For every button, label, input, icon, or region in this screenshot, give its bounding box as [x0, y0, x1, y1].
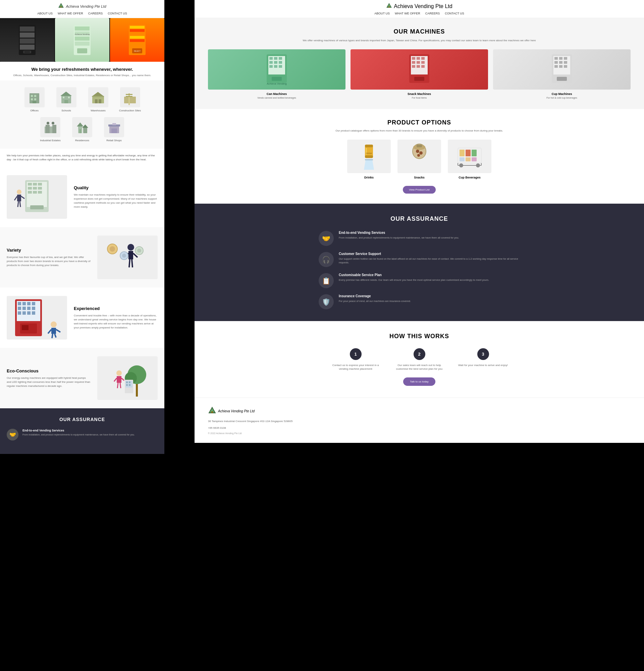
svg-rect-5 [20, 33, 35, 38]
svg-line-108 [56, 329, 60, 332]
svg-rect-36 [68, 97, 70, 98]
svg-rect-147 [421, 57, 425, 60]
left-nav-links: ABOUT US WHAT WE OFFER CAREERS CONTACT U… [37, 12, 127, 15]
location-schools: Schools [53, 87, 80, 112]
svg-line-75 [21, 196, 25, 199]
svg-rect-58 [111, 128, 117, 133]
svg-rect-181 [460, 150, 465, 156]
svg-line-82 [129, 259, 130, 267]
left-logo: Achieva Vending Pte Ltd [58, 3, 106, 10]
endtoend-icon: 🤝 [319, 231, 334, 246]
svg-rect-173 [365, 159, 373, 160]
right-nav-contact[interactable]: CONTACT US [445, 12, 464, 15]
experienced-title: Experienced [74, 306, 158, 311]
cup-beverages-label: Cup Beverages [448, 176, 491, 179]
talk-to-us-button[interactable]: Talk to us today [403, 377, 435, 386]
view-product-list-button[interactable]: View Product List [403, 186, 436, 193]
svg-rect-47 [46, 125, 50, 133]
svg-rect-96 [18, 307, 21, 310]
svg-rect-146 [416, 57, 420, 60]
svg-rect-149 [416, 61, 420, 64]
product-options-section: PRODUCT OPTIONS Our product catalogue of… [195, 109, 644, 204]
svg-rect-63 [33, 183, 37, 186]
left-assurance-item-title-0: End-to-end Vending Services [23, 429, 135, 432]
footer-phone: +65 6635 0108 [208, 427, 631, 429]
svg-rect-153 [421, 65, 425, 68]
warehouses-icon [88, 87, 108, 107]
left-nav-contact[interactable]: CONTACT US [108, 12, 127, 15]
svg-rect-162 [564, 61, 567, 64]
right-nav-about[interactable]: ABOUT US [374, 12, 390, 15]
svg-rect-45 [126, 96, 132, 97]
svg-rect-64 [38, 183, 42, 186]
residences-icon [72, 117, 92, 137]
product-options-title: PRODUCT OPTIONS [208, 119, 631, 126]
svg-line-77 [20, 201, 21, 207]
svg-rect-164 [559, 65, 563, 68]
svg-point-115 [116, 370, 122, 376]
svg-text:DRINK: DRINK [366, 152, 372, 154]
svg-rect-97 [23, 307, 26, 310]
right-logo-icon [386, 3, 392, 10]
machine-snack: Snack Machines For food items [350, 49, 488, 99]
insurance-desc: For your peace of mind, all our machines… [339, 299, 411, 303]
assurance-items: 🤝 End-to-end Vending Services From insta… [319, 231, 520, 309]
footer-copyright: © 2022 Achieva Vending Pte Ltd [208, 432, 631, 434]
can-machine-name: Can Machines [208, 92, 346, 96]
svg-rect-62 [28, 183, 32, 186]
endtoend-desc: From installation, and product replenish… [339, 236, 459, 240]
svg-rect-59 [112, 123, 116, 125]
right-nav-careers[interactable]: CAREERS [425, 12, 440, 15]
right-nav-offer[interactable]: WHAT WE OFFER [395, 12, 420, 15]
hero-img-colorful: SELECT [110, 18, 164, 62]
step-1: 1 Contact us to express your interest in… [331, 348, 381, 371]
svg-rect-95 [32, 302, 35, 305]
left-assurance-item-0: 🤝 End-to-end Vending Services From insta… [7, 429, 158, 441]
cup-machine-desc: For hot & cold cup beverages [493, 97, 631, 99]
products-grid: DRINK Drinks [208, 140, 631, 179]
left-nav-about[interactable]: ABOUT US [37, 12, 53, 15]
svg-rect-68 [28, 191, 32, 193]
svg-rect-92 [18, 302, 21, 305]
svg-rect-31 [33, 101, 36, 103]
svg-marker-33 [60, 92, 72, 96]
svg-rect-157 [554, 57, 558, 60]
product-options-subtitle: Our product catalogue offers options fro… [208, 129, 631, 133]
svg-rect-73 [17, 194, 21, 201]
svg-point-179 [417, 154, 420, 157]
footer-logo-icon [208, 406, 216, 416]
product-drinks: DRINK Drinks [347, 140, 391, 179]
machine-cup: Cup Machines For hot & cold cup beverage… [493, 49, 631, 99]
svg-line-74 [14, 196, 17, 200]
svg-rect-154 [414, 77, 424, 81]
assurance-support-text: Customer Service Support Our support cen… [339, 252, 520, 265]
svg-rect-139 [274, 65, 278, 68]
svg-rect-126 [129, 384, 130, 386]
construction-icon [120, 87, 140, 107]
location-warehouses: Warehouses [85, 87, 112, 112]
variety-title: Variety [7, 248, 91, 253]
snack-machine-name: Snack Machines [350, 92, 488, 96]
svg-rect-163 [554, 65, 558, 68]
svg-rect-132 [269, 57, 273, 60]
product-snacks: Snacks [398, 140, 441, 179]
svg-rect-39 [95, 99, 98, 103]
svg-rect-23 [130, 42, 144, 45]
svg-text:Achieva Vending: Achieva Vending [75, 33, 90, 35]
can-machine-desc: Vends canned and bottled beverages [208, 97, 346, 99]
left-nav-careers[interactable]: CAREERS [88, 12, 103, 15]
right-logo: Achieva Vending Pte Ltd [386, 3, 452, 10]
svg-rect-159 [564, 57, 567, 60]
location-construction: Construction Sites [117, 87, 144, 112]
svg-rect-69 [33, 191, 37, 193]
svg-rect-137 [279, 61, 282, 64]
offices-label: Offices [21, 109, 48, 112]
product-cup-beverages: Cup Beverages [448, 140, 491, 179]
machines-title: OUR MACHINES [208, 28, 631, 35]
locations-section: Offices Schools [0, 80, 164, 149]
left-nav-offer[interactable]: WHAT WE OFFER [58, 12, 83, 15]
svg-rect-20 [130, 33, 144, 35]
svg-rect-71 [30, 205, 43, 210]
left-body-text: We help turn your premises into better p… [0, 149, 164, 167]
svg-line-76 [18, 201, 18, 207]
